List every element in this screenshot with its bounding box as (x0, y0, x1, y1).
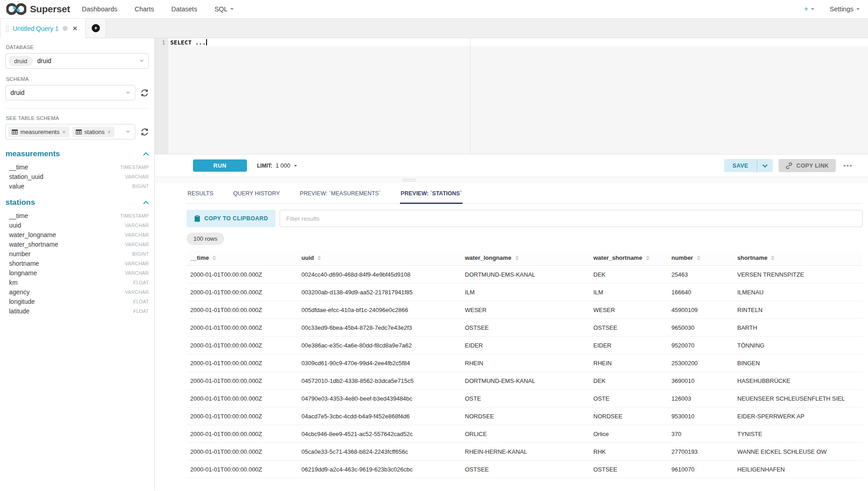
drag-grip-icon[interactable] (6, 25, 9, 32)
superset-logo[interactable]: Superset (6, 3, 70, 15)
copy-to-clipboard-button[interactable]: COPY TO CLIPBOARD (187, 210, 276, 227)
cell-water-shortname: RHK (590, 443, 668, 461)
database-select[interactable]: druid druid (5, 53, 149, 69)
column-type: BIGINT (132, 251, 149, 257)
results-tab[interactable]: PREVIEW: `MEASUREMENTS` (299, 186, 381, 204)
nav-item[interactable]: Charts (134, 5, 154, 13)
column-header[interactable]: uuid (298, 250, 461, 266)
column-header[interactable]: shortname (734, 250, 863, 266)
cell-shortname: TYNISTE (734, 425, 863, 443)
add-query-tab-button[interactable]: + (86, 19, 106, 38)
column-name: agency (9, 288, 30, 296)
limit-dropdown[interactable]: LIMIT: 1 000 (257, 162, 297, 169)
infinity-logo-icon (6, 3, 26, 15)
cell-uuid: 00c33ed9-6bea-45b4-8728-7edc7e43e2f3 (298, 319, 461, 337)
column-row: water_longname VARCHAR (5, 230, 149, 239)
run-button[interactable]: RUN (193, 159, 247, 172)
cell-uuid: 04acd7e5-3cbc-4cdd-b4a9-f452e868f4d6 (298, 407, 461, 425)
column-name: water_shortname (9, 241, 58, 248)
nav-item[interactable]: Datasets (171, 5, 197, 13)
results-tab[interactable]: PREVIEW: `STATIONS` (400, 186, 463, 204)
close-tab-icon[interactable]: × (72, 25, 78, 32)
results-table: __time uuid (187, 250, 863, 478)
results-tab[interactable]: RESULTS (187, 186, 214, 204)
cell-number: 9520070 (668, 337, 734, 354)
table-schema-multiselect[interactable]: measurements × stations × (5, 124, 135, 139)
chevron-up-icon[interactable] (143, 201, 149, 204)
measurements-header[interactable]: measurements (5, 149, 149, 159)
table-row[interactable]: 2000-01-01T00:00:00.000Z 0309cd61-90c9-4… (187, 354, 863, 372)
column-header-label: number (671, 254, 693, 261)
nav-item[interactable]: Dashboards (82, 5, 117, 13)
database-value: druid (37, 57, 51, 64)
column-header[interactable]: __time (187, 250, 298, 266)
query-tab-active[interactable]: Untitled Query 1 × (0, 19, 86, 38)
table-schema-pill[interactable]: stations × (72, 127, 114, 137)
cell-water-shortname: OSTSEE (590, 319, 668, 337)
cell-number: 370 (668, 425, 734, 443)
table-row[interactable]: 2000-01-01T00:00:00.000Z 0024cc40-d690-4… (187, 266, 863, 283)
sort-icon[interactable] (317, 256, 321, 260)
column-row: shortname VARCHAR (5, 258, 149, 268)
database-backend-badge: druid (9, 56, 33, 66)
stations-header[interactable]: stations (5, 198, 149, 207)
cell-time: 2000-01-01T00:00:00.000Z (187, 407, 298, 425)
sort-icon[interactable] (697, 256, 700, 260)
column-header[interactable]: water_longname (461, 250, 590, 266)
cell-uuid: 0024cc40-d690-468d-84f9-4e9bf45d9108 (298, 266, 461, 283)
editor-gutter: 1 (155, 38, 168, 154)
remove-table-icon[interactable]: × (107, 129, 111, 135)
refresh-schema-icon[interactable] (140, 89, 149, 97)
schema-select[interactable]: druid (5, 85, 135, 100)
refresh-tables-icon[interactable] (140, 128, 149, 136)
column-row: longname VARCHAR (5, 268, 149, 278)
table-row[interactable]: 2000-01-01T00:00:00.000Z 00c33ed9-6bea-4… (187, 319, 863, 337)
column-row: latitude FLOAT (5, 306, 149, 316)
sql-editor[interactable]: 1 SELECT ... (155, 38, 868, 154)
cell-water-longname: RHEIN (461, 354, 590, 372)
table-row[interactable]: 2000-01-01T00:00:00.000Z 05ca0e33-5c71-4… (187, 443, 863, 461)
table-schema-pill[interactable]: measurements × (8, 127, 69, 137)
settings-menu[interactable]: Settings (830, 5, 860, 13)
save-options-caret[interactable] (757, 159, 773, 172)
cell-water-longname: ILM (461, 283, 590, 301)
resize-handle[interactable] (402, 179, 416, 183)
plus-circle-icon: + (92, 24, 100, 32)
remove-table-icon[interactable]: × (62, 129, 66, 135)
table-row[interactable]: 2000-01-01T00:00:00.000Z 06219dd9-a2c4-4… (187, 461, 863, 478)
brand-name: Superset (30, 4, 70, 15)
cell-number: 25300200 (668, 354, 734, 372)
nav-item[interactable]: SQL (214, 5, 234, 13)
cell-time: 2000-01-01T00:00:00.000Z (187, 390, 298, 407)
save-button[interactable]: SAVE (724, 159, 757, 172)
copy-link-button[interactable]: COPY LINK (779, 159, 835, 172)
table-row[interactable]: 2000-01-01T00:00:00.000Z 04572010-1db2-4… (187, 372, 863, 390)
results-pane: RESULTS QUERY HISTORY PREVIEW: `MEASUREM… (155, 183, 868, 491)
sort-icon[interactable] (212, 256, 216, 260)
results-tab[interactable]: QUERY HISTORY (232, 186, 281, 204)
sort-icon[interactable] (646, 256, 650, 260)
query-tab-label: Untitled Query 1 (13, 25, 59, 32)
table-row[interactable]: 2000-01-01T00:00:00.000Z 04cbc946-8ee9-4… (187, 425, 863, 443)
chevron-down-icon (230, 8, 234, 10)
more-actions-icon[interactable]: ••• (842, 162, 854, 169)
cell-shortname: WANNE EICKEL SCHLEUSE OW (734, 443, 863, 461)
table-row[interactable]: 2000-01-01T00:00:00.000Z 04790e03-4353-4… (187, 390, 863, 407)
column-header[interactable]: water_shortname (590, 250, 668, 266)
column-header[interactable]: number (668, 250, 734, 266)
editor-code-area[interactable]: SELECT ... (168, 38, 868, 154)
table-row[interactable]: 2000-01-01T00:00:00.000Z 005dfdae-efcc-4… (187, 301, 863, 319)
table-row[interactable]: 2000-01-01T00:00:00.000Z 003200ab-d138-4… (187, 283, 863, 301)
cell-uuid: 00e386ac-e35c-4a6e-80dd-f8cd8a9e7a62 (298, 337, 461, 354)
table-row[interactable]: 2000-01-01T00:00:00.000Z 00e386ac-e35c-4… (187, 337, 863, 354)
cell-time: 2000-01-01T00:00:00.000Z (187, 266, 298, 283)
filter-results-input[interactable] (280, 210, 863, 227)
chevron-up-icon[interactable] (143, 152, 149, 156)
sort-icon[interactable] (515, 256, 519, 260)
sort-icon[interactable] (771, 256, 774, 260)
link-icon (785, 162, 793, 169)
table-row[interactable]: 2000-01-01T00:00:00.000Z 04acd7e5-3cbc-4… (187, 407, 863, 425)
column-name: value (9, 183, 24, 190)
new-item-dropdown[interactable]: + (804, 5, 814, 13)
column-name: shortname (9, 260, 39, 267)
